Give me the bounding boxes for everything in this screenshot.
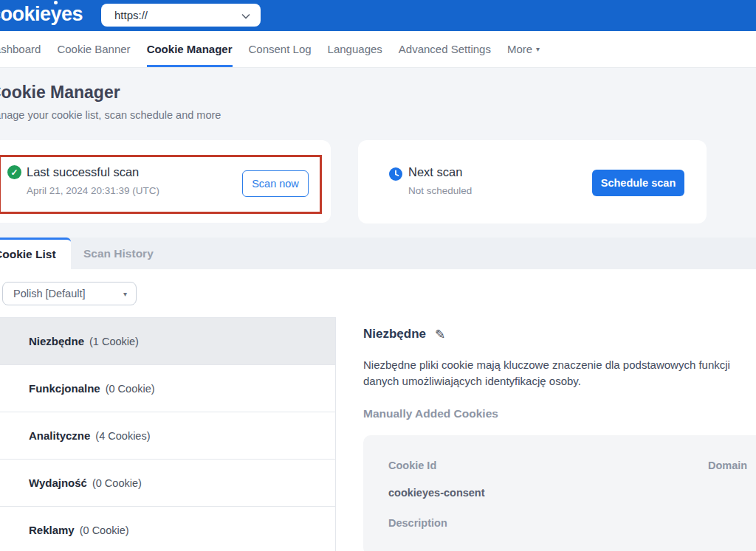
tab-cookie-list[interactable]: Cookie List — [0, 238, 71, 269]
check-circle-icon: ✓ — [7, 165, 21, 179]
main-navigation: Dashboard Cookie Banner Cookie Manager C… — [0, 31, 756, 68]
category-name: Analityczne — [29, 429, 90, 442]
category-description-line2: danych umożliwiających identyfikację oso… — [363, 373, 756, 389]
cookieyes-logo: cookieyes — [0, 3, 83, 26]
manually-added-cookies-title: Manually Added Cookies — [363, 407, 756, 420]
nav-item-consent-log[interactable]: Consent Log — [249, 31, 312, 67]
tab-scan-history[interactable]: Scan History — [83, 238, 154, 269]
category-description-line1: Niezbędne pliki cookie mają kluczowe zna… — [363, 357, 756, 373]
next-scan-status: Not scheduled — [408, 185, 472, 196]
category-count: (1 Cookie) — [89, 336, 139, 347]
chevron-down-icon — [241, 9, 250, 21]
nav-item-languages[interactable]: Languages — [328, 31, 382, 67]
clock-icon — [389, 167, 402, 181]
page-title: Cookie Manager — [0, 83, 120, 103]
scan-now-button[interactable]: Scan now — [242, 170, 309, 197]
page-subtitle: Manage your cookie list, scan schedule a… — [0, 109, 221, 121]
category-description: Niezbędne pliki cookie mają kluczowe zna… — [363, 357, 756, 389]
category-count: (0 Cookie) — [92, 477, 142, 489]
caret-down-icon: ▾ — [123, 290, 127, 298]
cookie-id-value[interactable]: cookieyes-consent — [388, 487, 485, 499]
cookie-details-card: Cookie Id Domain cookieyes-consent Descr… — [363, 435, 756, 551]
category-count: (4 Cookies) — [95, 430, 150, 442]
nav-more-label: More — [507, 43, 532, 55]
cookieyes-app: cookieyes https:// Dashboard Cookie Bann… — [0, 0, 756, 551]
language-select-value: Polish [Default] — [13, 288, 86, 299]
nav-item-cookie-banner[interactable]: Cookie Banner — [57, 31, 130, 67]
domain-column-header: Domain — [708, 460, 747, 471]
logo-text-end: es — [61, 3, 83, 25]
page-header-section: Cookie Manager Manage your cookie list, … — [0, 68, 756, 238]
language-select[interactable]: Polish [Default] ▾ — [2, 282, 137, 305]
category-name: Funkcjonalne — [29, 382, 100, 395]
nav-item-advanced-settings[interactable]: Advanced Settings — [399, 31, 491, 67]
edit-pencil-icon[interactable]: ✎ — [435, 328, 445, 341]
url-value: https:// — [114, 9, 148, 21]
nav-item-dashboard[interactable]: Dashboard — [0, 31, 41, 67]
next-scan-card: Next scan Not scheduled Schedule scan — [358, 140, 707, 223]
nav-item-cookie-manager[interactable]: Cookie Manager — [147, 31, 233, 67]
description-label: Description — [388, 517, 447, 529]
next-scan-title: Next scan — [408, 165, 462, 179]
category-row-funkcjonalne[interactable]: Funkcjonalne (0 Cookie) — [0, 365, 335, 412]
category-count: (0 Cookie) — [80, 524, 129, 536]
category-name: Reklamy — [29, 524, 75, 536]
caret-down-icon: ▾ — [536, 45, 540, 53]
screenshot-viewport: cookieyes https:// Dashboard Cookie Bann… — [0, 0, 756, 551]
category-row-reklamy[interactable]: Reklamy (0 Cookie) — [0, 507, 335, 551]
category-row-analityczne[interactable]: Analityczne (4 Cookies) — [0, 412, 335, 460]
category-name: Niezbędne — [29, 335, 84, 347]
category-detail: Niezbędne ✎ Niezbędne pliki cookie mają … — [363, 327, 756, 551]
category-detail-heading: Niezbędne — [363, 327, 426, 342]
last-scan-card: ✓ Last successful scan April 21, 2024 20… — [0, 140, 331, 223]
logo-y-glyph: y — [51, 3, 62, 26]
cookie-tabs: Cookie List Scan History — [0, 238, 756, 269]
schedule-scan-button[interactable]: Schedule scan — [592, 170, 684, 196]
category-list: Niezbędne (1 Cookie) Funkcjonalne (0 Coo… — [0, 317, 336, 551]
category-row-niezbedne[interactable]: Niezbędne (1 Cookie) — [0, 318, 335, 365]
cookie-id-column-header: Cookie Id — [388, 460, 436, 471]
nav-item-more[interactable]: More▾ — [507, 31, 540, 67]
category-name: Wydajność — [29, 477, 87, 489]
logo-text: cookie — [0, 3, 51, 25]
last-scan-timestamp: April 21, 2024 20:31:39 (UTC) — [27, 185, 159, 196]
last-scan-title: Last successful scan — [27, 165, 139, 179]
cookie-list-panel: Polish [Default] ▾ Niezbędne (1 Cookie) … — [0, 269, 756, 551]
website-url-selector[interactable]: https:// — [101, 4, 261, 27]
top-app-bar: cookieyes https:// — [0, 0, 756, 31]
category-row-wydajnosc[interactable]: Wydajność (0 Cookie) — [0, 460, 335, 507]
category-count: (0 Cookie) — [106, 383, 155, 395]
